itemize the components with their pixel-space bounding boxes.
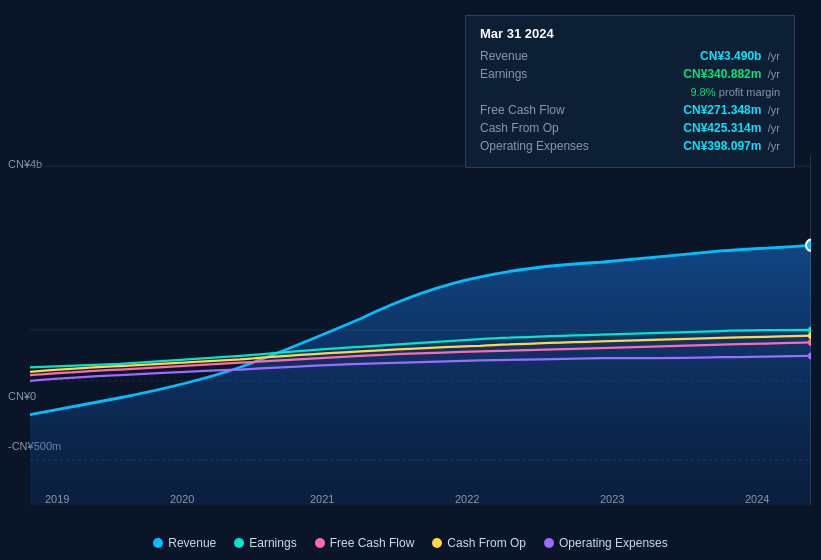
tooltip-value-opex: CN¥398.097m: [683, 139, 761, 153]
legend-item-opex[interactable]: Operating Expenses: [544, 536, 668, 550]
cursor-dot-revenue: [806, 240, 811, 251]
legend: Revenue Earnings Free Cash Flow Cash Fro…: [0, 536, 821, 550]
chart-area: [30, 155, 811, 505]
tooltip-row-margin: 9.8% profit margin: [480, 85, 780, 99]
legend-label-opex: Operating Expenses: [559, 536, 668, 550]
x-label-2023: 2023: [600, 493, 624, 505]
tooltip-row-cashfromop: Cash From Op CN¥425.314m /yr: [480, 121, 780, 135]
legend-dot-cashfromop: [432, 538, 442, 548]
tooltip-box: Mar 31 2024 Revenue CN¥3.490b /yr Earnin…: [465, 15, 795, 168]
legend-label-fcf: Free Cash Flow: [330, 536, 415, 550]
x-label-2022: 2022: [455, 493, 479, 505]
legend-item-revenue[interactable]: Revenue: [153, 536, 216, 550]
legend-dot-earnings: [234, 538, 244, 548]
legend-dot-fcf: [315, 538, 325, 548]
tooltip-row-fcf: Free Cash Flow CN¥271.348m /yr: [480, 103, 780, 117]
tooltip-profit-margin-label: profit margin: [719, 86, 780, 98]
tooltip-value-earnings: CN¥340.882m: [683, 67, 761, 81]
legend-dot-opex: [544, 538, 554, 548]
x-label-2019: 2019: [45, 493, 69, 505]
tooltip-label-opex: Operating Expenses: [480, 139, 590, 153]
legend-label-revenue: Revenue: [168, 536, 216, 550]
legend-label-cashfromop: Cash From Op: [447, 536, 526, 550]
tooltip-label-earnings: Earnings: [480, 67, 590, 81]
x-label-2024: 2024: [745, 493, 769, 505]
x-label-2020: 2020: [170, 493, 194, 505]
tooltip-label-cashfromop: Cash From Op: [480, 121, 590, 135]
tooltip-profit-margin-value: 9.8%: [690, 86, 715, 98]
tooltip-row-opex: Operating Expenses CN¥398.097m /yr: [480, 139, 780, 153]
legend-item-fcf[interactable]: Free Cash Flow: [315, 536, 415, 550]
legend-item-earnings[interactable]: Earnings: [234, 536, 296, 550]
tooltip-date: Mar 31 2024: [480, 26, 780, 41]
legend-dot-revenue: [153, 538, 163, 548]
chart-container: Mar 31 2024 Revenue CN¥3.490b /yr Earnin…: [0, 0, 821, 560]
x-label-2021: 2021: [310, 493, 334, 505]
tooltip-value-revenue: CN¥3.490b: [700, 49, 761, 63]
tooltip-label-revenue: Revenue: [480, 49, 590, 63]
tooltip-label-fcf: Free Cash Flow: [480, 103, 590, 117]
revenue-area: [30, 245, 811, 505]
tooltip-row-earnings: Earnings CN¥340.882m /yr: [480, 67, 780, 81]
legend-item-cashfromop[interactable]: Cash From Op: [432, 536, 526, 550]
legend-label-earnings: Earnings: [249, 536, 296, 550]
chart-svg: [30, 155, 811, 505]
tooltip-value-fcf: CN¥271.348m: [683, 103, 761, 117]
tooltip-row-revenue: Revenue CN¥3.490b /yr: [480, 49, 780, 63]
tooltip-value-cashfromop: CN¥425.314m: [683, 121, 761, 135]
